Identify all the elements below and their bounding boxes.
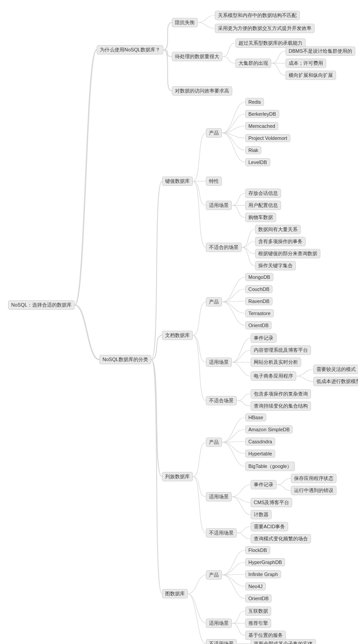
node-hbase[interactable]: HBase <box>245 413 266 421</box>
node-runtime-errors[interactable]: 运行中遇到的错误 <box>291 486 337 495</box>
node-col-usecases[interactable]: 适用场景 <box>206 492 232 501</box>
node-col-not-fit[interactable]: 不适用场景 <box>206 528 237 538</box>
node-multi-op-txn[interactable]: 含有多项操作的事务 <box>255 237 306 246</box>
node-doc-products[interactable]: 产品 <box>206 297 222 307</box>
node-graph-products[interactable]: 产品 <box>206 570 222 580</box>
node-counter[interactable]: 计数器 <box>251 510 272 519</box>
node-why-nosql[interactable]: 为什么使用NoSQL数据库？ <box>97 45 163 55</box>
node-column-db[interactable]: 列族数据库 <box>162 472 193 481</box>
node-update-all-subset[interactable]: 更新全部或某个子集的实体 <box>251 639 316 644</box>
node-col-products[interactable]: 产品 <box>206 438 222 447</box>
node-access-efficiency[interactable]: 对数据的访问效率要求高 <box>172 86 232 96</box>
node-event-log-doc[interactable]: 事件记录 <box>251 333 277 343</box>
node-kv-traits[interactable]: 特性 <box>206 177 222 186</box>
node-kv-not-fit[interactable]: 不适合的场景 <box>206 243 242 252</box>
mindmap-links <box>0 0 358 644</box>
node-flexible-schema[interactable]: 需要较灵活的模式 <box>313 365 358 374</box>
node-simpledb[interactable]: Amazon SimpleDB <box>245 425 293 434</box>
node-need-acid[interactable]: 需要ACID事务 <box>251 522 288 531</box>
node-cassandra[interactable]: Cassdndra <box>245 438 275 446</box>
node-connected-data[interactable]: 互联数据 <box>245 606 271 616</box>
node-user-config[interactable]: 用户配置信息 <box>245 201 281 210</box>
mindmap-canvas: NoSQL：选择合适的数据库 为什么使用NoSQL数据库？ 阻抗失衡 关系模型和… <box>0 0 358 644</box>
node-cms-blog-col[interactable]: CMS及博客平台 <box>251 498 292 507</box>
node-keyvalue-db[interactable]: 键值数据库 <box>162 177 193 186</box>
node-low-cost-model[interactable]: 低成本进行数据模型 <box>313 377 358 386</box>
node-changing-collection[interactable]: 查询持续变化的集合结构 <box>251 401 311 411</box>
node-relational-memory-mismatch[interactable]: 关系模型和内存中的数据结构不匹配 <box>215 11 300 20</box>
node-easier-data-interaction[interactable]: 采用更为方便的数据交互方式提升开发效率 <box>215 24 315 33</box>
node-couchdb[interactable]: CouchDB <box>245 285 273 293</box>
node-hypertable[interactable]: Hypertable <box>245 450 275 458</box>
node-cms-blog[interactable]: 内容管理系统及博客平台 <box>251 345 311 355</box>
node-neo4j[interactable]: Neo4J <box>245 582 266 590</box>
node-recommend[interactable]: 推荐引擎 <box>245 619 271 628</box>
node-key-set-ops[interactable]: 操作关键字集合 <box>255 261 296 270</box>
node-impedance-mismatch[interactable]: 阻抗失衡 <box>172 18 198 27</box>
node-kv-usecases[interactable]: 适用场景 <box>206 201 232 210</box>
node-scale-out-up[interactable]: 横向扩展和纵向扩展 <box>286 71 336 80</box>
node-app-state[interactable]: 保存应用程序状态 <box>291 474 337 483</box>
node-many-relations[interactable]: 数据间有大量关系 <box>255 225 301 234</box>
node-cost-license[interactable]: 成本；许可费用 <box>286 59 326 68</box>
node-changing-query[interactable]: 查询模式变化频繁的场合 <box>251 534 311 543</box>
node-web-analytics[interactable]: 网站分析及实时分析 <box>251 358 301 367</box>
node-graph-db[interactable]: 图数据库 <box>162 589 188 598</box>
node-large-volume[interactable]: 待处理的数据量很大 <box>172 52 222 61</box>
node-berkeleydb[interactable]: BerkerleyDB <box>245 110 279 118</box>
node-orientdb-graph[interactable]: OrientDB <box>245 594 272 602</box>
node-kv-products[interactable]: 产品 <box>206 128 222 138</box>
node-ecommerce[interactable]: 电子商务应用程序 <box>251 371 296 381</box>
node-riak[interactable]: Riak <box>245 146 261 154</box>
node-doc-not-fit[interactable]: 不适合场景 <box>206 396 237 405</box>
node-document-db[interactable]: 文档数据库 <box>162 331 193 340</box>
node-leveldb[interactable]: LevelDB <box>245 158 270 166</box>
node-nosql-categories[interactable]: NoSQL数据库的分类 <box>99 355 151 364</box>
node-flockdb[interactable]: FlockDB <box>245 546 270 554</box>
node-partial-key-query[interactable]: 根据键值的部分来查询数据 <box>255 249 320 258</box>
node-redis[interactable]: Redis <box>245 98 264 106</box>
node-hypergraphdb[interactable]: HyperGraphDB <box>245 558 285 566</box>
node-graph-usecases[interactable]: 适用场景 <box>206 619 232 628</box>
node-doc-usecases[interactable]: 适用场景 <box>206 358 232 367</box>
node-voldemort[interactable]: Project Voldemort <box>245 134 290 142</box>
node-bigtable[interactable]: BigTable（google） <box>245 462 295 471</box>
node-infinite-graph[interactable]: Infinite Graph <box>245 570 281 578</box>
node-orientdb-doc[interactable]: OrientDB <box>245 321 272 329</box>
node-memcached[interactable]: Memcached <box>245 122 278 130</box>
node-cluster[interactable]: 大集群的出现 <box>235 59 271 68</box>
node-mongodb[interactable]: MongoDB <box>245 273 273 281</box>
node-complex-multi-query[interactable]: 包含多项操作的复杂查询 <box>251 389 311 399</box>
node-root[interactable]: NoSQL：选择合适的数据库 <box>8 300 75 310</box>
node-lbs[interactable]: 基于位置的服务 <box>245 631 286 640</box>
node-terrastore[interactable]: Terrastore <box>245 309 274 317</box>
node-event-log-col[interactable]: 事件记录 <box>251 480 277 489</box>
node-session-data[interactable]: 存放会话信息 <box>245 189 281 198</box>
node-cart-data[interactable]: 购物车数据 <box>245 213 276 222</box>
node-graph-not-fit[interactable]: 不适用场景 <box>206 639 237 644</box>
node-dbms-not-cluster[interactable]: DBMS不是设计给集群使用的 <box>286 46 355 56</box>
node-ravendb[interactable]: RavenDB <box>245 297 273 305</box>
